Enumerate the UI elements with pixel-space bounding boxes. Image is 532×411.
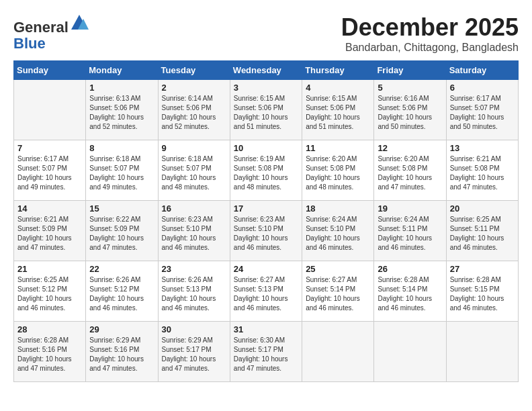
- calendar-body: 1 Sunrise: 6:13 AM Sunset: 5:06 PM Dayli…: [14, 80, 519, 382]
- sunrise-text: Sunrise: 6:20 AM: [378, 155, 429, 163]
- day-info: Sunrise: 6:28 AM Sunset: 5:16 PM Dayligh…: [17, 336, 82, 373]
- day-number: 19: [378, 203, 442, 214]
- daylight-text: Daylight: 10 hours and 46 minutes.: [450, 234, 504, 251]
- daylight-text: Daylight: 10 hours and 47 minutes.: [450, 174, 504, 191]
- calendar-day-cell: 16 Sunrise: 6:23 AM Sunset: 5:10 PM Dayl…: [158, 201, 230, 261]
- weekday-header-cell: Tuesday: [158, 61, 230, 80]
- sunset-text: Sunset: 5:13 PM: [162, 285, 212, 293]
- calendar-day-cell: 11 Sunrise: 6:20 AM Sunset: 5:08 PM Dayl…: [302, 140, 374, 201]
- daylight-text: Daylight: 10 hours and 50 minutes.: [378, 113, 432, 130]
- day-number: 20: [450, 203, 515, 214]
- sunset-text: Sunset: 5:06 PM: [234, 104, 283, 111]
- day-number: 31: [234, 324, 298, 334]
- calendar-day-cell: 25 Sunrise: 6:27 AM Sunset: 5:14 PM Dayl…: [302, 261, 374, 322]
- calendar-day-cell: 3 Sunrise: 6:15 AM Sunset: 5:06 PM Dayli…: [230, 80, 302, 140]
- calendar-day-cell: 2 Sunrise: 6:14 AM Sunset: 5:06 PM Dayli…: [158, 80, 230, 140]
- day-info: Sunrise: 6:16 AM Sunset: 5:06 PM Dayligh…: [378, 94, 442, 132]
- day-info: Sunrise: 6:24 AM Sunset: 5:10 PM Dayligh…: [306, 215, 370, 253]
- calendar-day-cell: [374, 322, 446, 382]
- sunrise-text: Sunrise: 6:22 AM: [89, 216, 140, 223]
- month-title: December 2025: [341, 13, 519, 42]
- day-number: 1: [89, 83, 154, 93]
- sunrise-text: Sunrise: 6:19 AM: [234, 155, 285, 163]
- logo-blue-text: Blue: [13, 35, 46, 52]
- day-number: 22: [89, 264, 154, 274]
- day-number: 12: [378, 143, 442, 153]
- sunset-text: Sunset: 5:06 PM: [162, 104, 212, 111]
- calendar-day-cell: 4 Sunrise: 6:15 AM Sunset: 5:06 PM Dayli…: [302, 80, 374, 140]
- sunrise-text: Sunrise: 6:16 AM: [378, 95, 429, 102]
- day-info: Sunrise: 6:29 AM Sunset: 5:16 PM Dayligh…: [89, 336, 154, 373]
- calendar-day-cell: 24 Sunrise: 6:27 AM Sunset: 5:13 PM Dayl…: [230, 261, 302, 322]
- calendar-day-cell: 22 Sunrise: 6:26 AM Sunset: 5:12 PM Dayl…: [86, 261, 158, 322]
- day-info: Sunrise: 6:15 AM Sunset: 5:06 PM Dayligh…: [234, 94, 298, 132]
- weekday-header-cell: Saturday: [446, 61, 518, 80]
- day-number: 9: [162, 143, 226, 153]
- daylight-text: Daylight: 10 hours and 48 minutes.: [306, 174, 360, 191]
- sunset-text: Sunset: 5:16 PM: [17, 346, 67, 353]
- sunrise-text: Sunrise: 6:30 AM: [234, 336, 285, 344]
- sunset-text: Sunset: 5:14 PM: [306, 285, 355, 293]
- sunset-text: Sunset: 5:17 PM: [162, 346, 212, 353]
- sunset-text: Sunset: 5:10 PM: [234, 225, 283, 232]
- daylight-text: Daylight: 10 hours and 46 minutes.: [306, 234, 360, 251]
- calendar-day-cell: 27 Sunrise: 6:28 AM Sunset: 5:15 PM Dayl…: [446, 261, 518, 322]
- day-info: Sunrise: 6:23 AM Sunset: 5:10 PM Dayligh…: [234, 215, 298, 253]
- daylight-text: Daylight: 10 hours and 47 minutes.: [17, 234, 72, 251]
- daylight-text: Daylight: 10 hours and 52 minutes.: [89, 113, 144, 130]
- calendar-day-cell: 14 Sunrise: 6:21 AM Sunset: 5:09 PM Dayl…: [14, 201, 86, 261]
- sunrise-text: Sunrise: 6:28 AM: [378, 276, 429, 283]
- sunrise-text: Sunrise: 6:24 AM: [306, 216, 357, 223]
- daylight-text: Daylight: 10 hours and 46 minutes.: [378, 295, 432, 312]
- day-info: Sunrise: 6:27 AM Sunset: 5:13 PM Dayligh…: [234, 275, 298, 313]
- sunrise-text: Sunrise: 6:29 AM: [89, 336, 140, 344]
- daylight-text: Daylight: 10 hours and 51 minutes.: [306, 113, 360, 130]
- day-info: Sunrise: 6:25 AM Sunset: 5:12 PM Dayligh…: [17, 275, 82, 313]
- day-number: 15: [89, 203, 154, 214]
- daylight-text: Daylight: 10 hours and 46 minutes.: [89, 295, 144, 312]
- weekday-header-row: SundayMondayTuesdayWednesdayThursdayFrid…: [14, 61, 519, 80]
- sunset-text: Sunset: 5:07 PM: [162, 165, 212, 172]
- sunrise-text: Sunrise: 6:29 AM: [162, 336, 213, 344]
- daylight-text: Daylight: 10 hours and 46 minutes.: [162, 295, 216, 312]
- sunset-text: Sunset: 5:08 PM: [450, 165, 500, 172]
- day-info: Sunrise: 6:26 AM Sunset: 5:12 PM Dayligh…: [89, 275, 154, 313]
- calendar-week-row: 14 Sunrise: 6:21 AM Sunset: 5:09 PM Dayl…: [14, 201, 519, 261]
- day-number: 25: [306, 264, 370, 274]
- sunset-text: Sunset: 5:09 PM: [89, 225, 139, 232]
- day-number: 17: [234, 203, 298, 214]
- calendar-day-cell: 12 Sunrise: 6:20 AM Sunset: 5:08 PM Dayl…: [374, 140, 446, 201]
- day-number: 14: [17, 203, 82, 214]
- calendar-day-cell: 31 Sunrise: 6:30 AM Sunset: 5:17 PM Dayl…: [230, 322, 302, 382]
- calendar-day-cell: 30 Sunrise: 6:29 AM Sunset: 5:17 PM Dayl…: [158, 322, 230, 382]
- day-number: 27: [450, 264, 515, 274]
- weekday-header-cell: Sunday: [14, 61, 86, 80]
- sunset-text: Sunset: 5:16 PM: [89, 346, 139, 353]
- weekday-header-cell: Thursday: [302, 61, 374, 80]
- day-info: Sunrise: 6:14 AM Sunset: 5:06 PM Dayligh…: [162, 94, 226, 132]
- calendar-day-cell: 9 Sunrise: 6:18 AM Sunset: 5:07 PM Dayli…: [158, 140, 230, 201]
- day-info: Sunrise: 6:15 AM Sunset: 5:06 PM Dayligh…: [306, 94, 370, 132]
- sunrise-text: Sunrise: 6:20 AM: [306, 155, 357, 163]
- daylight-text: Daylight: 10 hours and 47 minutes.: [234, 355, 288, 372]
- calendar-day-cell: 23 Sunrise: 6:26 AM Sunset: 5:13 PM Dayl…: [158, 261, 230, 322]
- sunset-text: Sunset: 5:09 PM: [17, 225, 67, 232]
- daylight-text: Daylight: 10 hours and 47 minutes.: [89, 355, 144, 372]
- sunrise-text: Sunrise: 6:23 AM: [162, 216, 213, 223]
- day-info: Sunrise: 6:27 AM Sunset: 5:14 PM Dayligh…: [306, 275, 370, 313]
- calendar-day-cell: 28 Sunrise: 6:28 AM Sunset: 5:16 PM Dayl…: [14, 322, 86, 382]
- weekday-header-cell: Monday: [86, 61, 158, 80]
- sunset-text: Sunset: 5:06 PM: [89, 104, 139, 111]
- calendar-week-row: 7 Sunrise: 6:17 AM Sunset: 5:07 PM Dayli…: [14, 140, 519, 201]
- calendar-day-cell: 8 Sunrise: 6:18 AM Sunset: 5:07 PM Dayli…: [86, 140, 158, 201]
- daylight-text: Daylight: 10 hours and 47 minutes.: [17, 355, 72, 372]
- sunrise-text: Sunrise: 6:25 AM: [450, 216, 501, 223]
- daylight-text: Daylight: 10 hours and 46 minutes.: [234, 295, 288, 312]
- location-title: Bandarban, Chittagong, Bangladesh: [341, 42, 519, 54]
- sunset-text: Sunset: 5:07 PM: [17, 165, 67, 172]
- day-number: 13: [450, 143, 515, 153]
- sunrise-text: Sunrise: 6:26 AM: [162, 276, 213, 283]
- sunset-text: Sunset: 5:07 PM: [450, 104, 500, 111]
- day-number: 29: [89, 324, 154, 334]
- day-number: 5: [378, 83, 442, 93]
